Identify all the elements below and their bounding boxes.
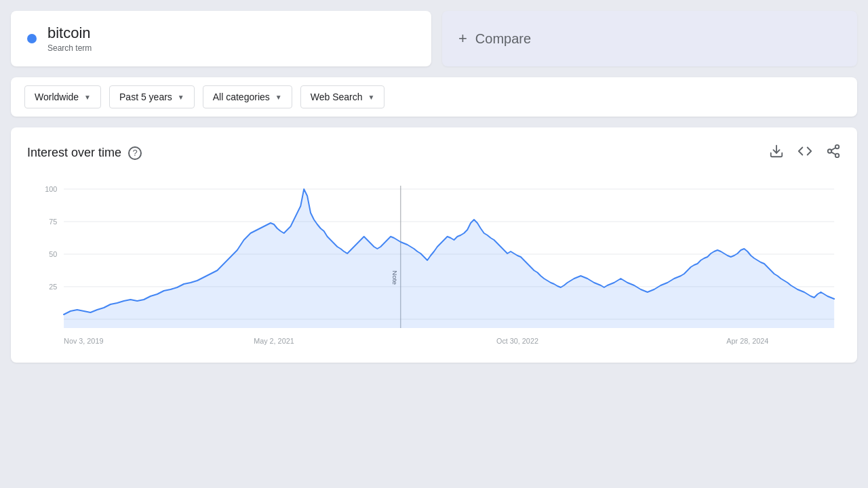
y-label-25: 25	[49, 283, 57, 291]
compare-label: Compare	[475, 31, 531, 47]
x-label-apr2024: Apr 28, 2024	[726, 337, 768, 345]
x-label-oct2022: Oct 30, 2022	[496, 337, 538, 345]
filter-row: Worldwide ▼ Past 5 years ▼ All categorie…	[11, 77, 857, 117]
embed-icon[interactable]	[797, 144, 812, 162]
help-icon[interactable]: ?	[128, 146, 142, 160]
chart-header: Interest over time ?	[27, 144, 841, 162]
search-term-name: bitcoin	[47, 24, 92, 42]
search-dot	[27, 34, 37, 43]
chart-fill-area	[64, 189, 834, 328]
region-filter[interactable]: Worldwide ▼	[24, 85, 101, 108]
chart-svg: 100 75 50 25 Nov 3, 2019 May 2, 2021 Oct…	[27, 176, 841, 352]
chart-card: Interest over time ?	[11, 127, 857, 363]
region-filter-label: Worldwide	[35, 92, 79, 102]
search-type-chevron-icon: ▼	[368, 94, 374, 101]
y-label-75: 75	[49, 218, 57, 226]
search-term-label: Search term	[47, 43, 92, 53]
y-label-100: 100	[45, 185, 57, 193]
page-wrapper: bitcoin Search term + Compare Worldwide …	[0, 0, 868, 373]
chart-actions	[769, 144, 841, 162]
chart-title: Interest over time	[27, 146, 121, 160]
svg-line-5	[831, 148, 835, 150]
search-type-filter-label: Web Search	[311, 92, 363, 102]
y-label-50: 50	[49, 250, 57, 258]
category-filter[interactable]: All categories ▼	[203, 85, 292, 108]
time-filter[interactable]: Past 5 years ▼	[109, 85, 195, 108]
category-filter-label: All categories	[213, 92, 270, 102]
time-filter-label: Past 5 years	[119, 92, 172, 102]
compare-card[interactable]: + Compare	[442, 11, 857, 66]
chart-container: 100 75 50 25 Nov 3, 2019 May 2, 2021 Oct…	[27, 176, 841, 352]
region-chevron-icon: ▼	[84, 94, 91, 101]
share-icon[interactable]	[826, 144, 841, 162]
x-label-nov2019: Nov 3, 2019	[64, 337, 103, 345]
compare-plus-icon: +	[458, 30, 467, 47]
svg-line-4	[831, 152, 835, 155]
x-label-may2021: May 2, 2021	[254, 337, 294, 345]
top-row: bitcoin Search term + Compare	[11, 11, 857, 66]
category-chevron-icon: ▼	[275, 94, 282, 101]
search-term-card: bitcoin Search term	[11, 11, 431, 66]
search-type-filter[interactable]: Web Search ▼	[300, 85, 385, 108]
time-chevron-icon: ▼	[178, 94, 184, 101]
download-icon[interactable]	[769, 144, 784, 162]
search-term-text: bitcoin Search term	[47, 24, 92, 53]
chart-title-row: Interest over time ?	[27, 146, 142, 160]
